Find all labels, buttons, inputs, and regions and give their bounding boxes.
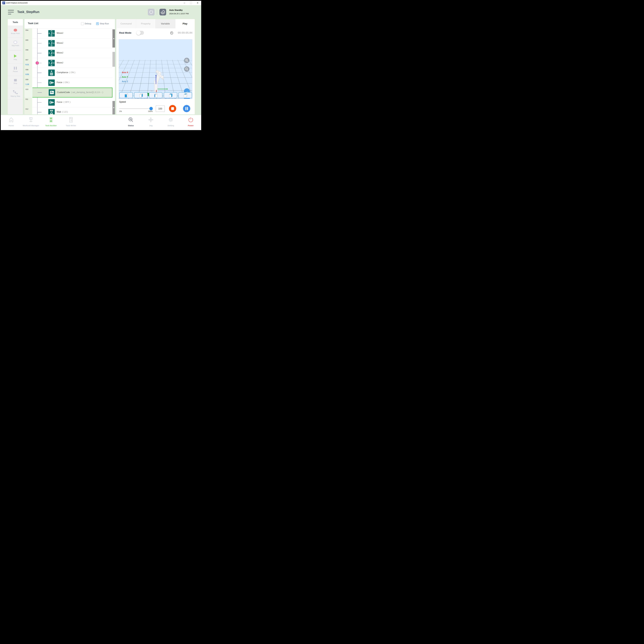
nav-status[interactable]: Status — [121, 117, 141, 127]
row-number: 011 — [26, 98, 28, 100]
zoom-out-button[interactable] — [184, 66, 189, 72]
robot-3d-viewport[interactable]: FRONT Axis X Axis Y Axis Z — [119, 39, 192, 99]
task-row[interactable]: 011 Force( OFF ) — [24, 98, 112, 107]
task-row[interactable]: 012 Wait( 1.0 ) — [24, 107, 112, 114]
movej-icon: J — [48, 30, 55, 37]
svg-text:J: J — [51, 51, 52, 55]
svg-text:J: J — [51, 41, 52, 45]
view-top-button[interactable] — [179, 92, 192, 98]
nav-power[interactable]: Power — [180, 117, 201, 127]
scroll-up-button[interactable] — [112, 29, 115, 48]
cube-iso-icon — [168, 93, 173, 98]
force-icon — [48, 79, 55, 86]
svg-text:J: J — [51, 61, 52, 65]
tab-property[interactable]: Property — [136, 19, 156, 28]
minimize-button[interactable]: – — [182, 1, 187, 5]
pan-view-button[interactable] — [184, 99, 190, 99]
step-by-step-icon — [13, 90, 18, 94]
real-mode-toggle[interactable] — [137, 31, 144, 35]
task-label: MoveJ — [57, 52, 63, 54]
skip-point-button[interactable]: Skip Point — [8, 38, 23, 50]
bottom-nav: Home Workcell Manager Task Builder Task … — [1, 115, 201, 130]
robot-arm-icon — [149, 10, 154, 14]
toggle-knob — [136, 31, 141, 35]
view-left-button[interactable] — [149, 92, 162, 98]
tab-variable[interactable]: Variable — [156, 19, 175, 28]
step-run-checkbox[interactable] — [96, 22, 99, 25]
row-number: 008 — [26, 69, 28, 71]
cube-top-icon — [183, 93, 188, 98]
play-pause-button[interactable] — [183, 105, 190, 112]
home-icon — [8, 117, 14, 123]
view-front-button[interactable] — [119, 92, 133, 98]
task-list-panel: Task List Debug Step Run 004 J MoveJ 005 — [24, 19, 115, 114]
view-iso-button[interactable] — [164, 92, 177, 98]
speed-slider-knob[interactable] — [149, 107, 153, 110]
nav-task-builder[interactable]: Task Builder — [41, 117, 61, 127]
robot-status: Auto Standby — [169, 9, 183, 11]
task-label: Wait — [57, 111, 61, 113]
status-icon — [128, 117, 134, 123]
datetime: 2024.04.25 1:10:07 PM — [169, 13, 189, 15]
menu-hamburger-icon[interactable] — [8, 10, 14, 15]
nav-jog[interactable]: Jog — [141, 117, 161, 127]
breakpoint-button[interactable]: Break Point — [8, 26, 23, 38]
task-row[interactable]: 006 J MoveJ — [24, 48, 112, 58]
scroll-down-button[interactable] — [112, 101, 115, 114]
task-row[interactable]: 0080.51 Compliance( ON ) — [24, 68, 112, 78]
row-number: 005 — [26, 39, 28, 41]
debug-checkbox[interactable] — [81, 22, 84, 25]
task-list-title: Task List — [28, 22, 38, 25]
task-param: ( OFF ) — [63, 101, 70, 103]
speed-value-input[interactable] — [156, 106, 165, 112]
force-icon — [48, 99, 55, 106]
pause-icon — [14, 67, 17, 70]
tab-play[interactable]: Play — [175, 19, 195, 28]
tools-panel: Tools Break Point Skip Point Play Pause … — [8, 19, 23, 114]
task-row-selected[interactable]: 010 CustomCode( set_damping_factor([1.0,… — [24, 88, 112, 98]
task-label: Force — [57, 101, 62, 103]
view-right-button[interactable] — [134, 92, 148, 98]
jog-icon — [148, 117, 154, 123]
close-button[interactable]: × — [195, 1, 200, 5]
row-time: 1.10 — [26, 83, 29, 85]
cube-left-icon — [153, 93, 158, 98]
zoom-in-icon — [185, 59, 189, 62]
nav-workcell-manager[interactable]: Workcell Manager — [21, 117, 41, 127]
tools-divider — [8, 50, 23, 51]
task-label: CustomCode — [57, 91, 70, 94]
maximize-icon — [190, 2, 192, 4]
scroll-thumb[interactable] — [112, 52, 115, 67]
step-badge: 6 — [35, 61, 39, 65]
right-tabs: Command Property Variable Play — [116, 19, 195, 28]
zoom-in-button[interactable] — [184, 58, 189, 63]
nav-task-writer[interactable]: Task Writer — [61, 117, 81, 127]
speed-max-label: 100% — [146, 110, 153, 112]
tab-command[interactable]: Command — [116, 19, 136, 28]
maximize-button[interactable] — [188, 1, 193, 5]
stop-button[interactable]: Stop — [8, 76, 23, 88]
step-by-step-button[interactable]: Step by Step — [8, 88, 23, 100]
cube-front-icon — [124, 93, 129, 98]
pause-button[interactable]: Pause — [8, 63, 23, 76]
task-label: Force — [57, 81, 62, 84]
task-label: Compliance — [57, 71, 68, 74]
cube-right-icon — [139, 93, 143, 98]
robot-state-button[interactable] — [159, 9, 166, 15]
robot-arm-3d — [119, 39, 192, 99]
speed-min-label: 1% — [119, 110, 122, 112]
speed-slider-track[interactable] — [119, 108, 153, 109]
task-row[interactable]: 0091.10 Force( ON ) — [24, 78, 112, 88]
task-row[interactable]: 004 J MoveJ — [24, 28, 112, 38]
task-row[interactable]: 005 J MoveJ — [24, 38, 112, 48]
robot-model-button[interactable] — [148, 9, 155, 15]
task-builder-icon — [48, 117, 54, 123]
play-button[interactable]: Play — [8, 51, 23, 63]
tree-tick — [37, 73, 41, 73]
nav-home[interactable]: Home — [1, 117, 22, 127]
movej-icon: J — [48, 60, 55, 66]
play-stop-button[interactable] — [169, 105, 176, 112]
task-scrollbar[interactable] — [112, 28, 115, 114]
wait-icon — [48, 109, 55, 114]
nav-setting[interactable]: Setting — [160, 117, 181, 127]
